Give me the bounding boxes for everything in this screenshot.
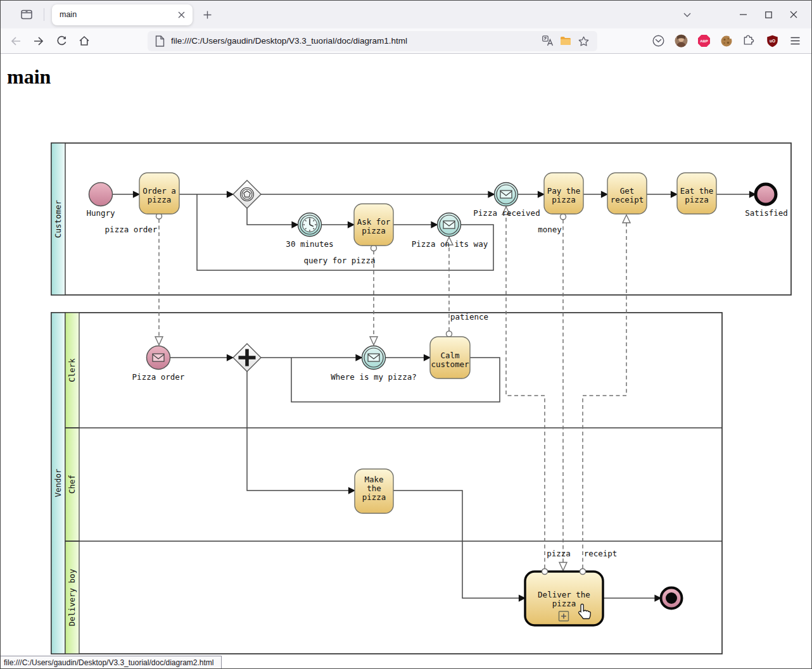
task-make-the-pizza: Make the pizza — [355, 469, 393, 513]
task-receipt-line1: Get — [620, 186, 635, 196]
subprocess-deliver-the-pizza[interactable]: Deliver the pizza — [525, 569, 603, 626]
svg-text:uO: uO — [769, 38, 775, 42]
folder-icon — [560, 36, 571, 46]
message-start-event-pizza-order — [147, 346, 170, 370]
task-order-line1: Order a — [143, 186, 176, 196]
back-button[interactable] — [4, 31, 27, 51]
minimize-icon — [740, 14, 747, 15]
task-ask-for-pizza: Ask for pizza — [354, 204, 393, 246]
extensions-button[interactable] — [738, 31, 761, 51]
home-button[interactable] — [73, 31, 96, 51]
pocket-icon — [652, 35, 664, 47]
start-event-hungry — [89, 183, 113, 206]
pool-customer: Customer — [51, 143, 791, 295]
task-eat-line2: pizza — [685, 195, 709, 204]
minimize-button[interactable] — [730, 4, 756, 25]
task-order-a-pizza: Order a pizza — [139, 173, 179, 214]
close-window-button[interactable] — [781, 4, 806, 25]
adblock-plus-icon: ABP — [697, 34, 711, 47]
label-receipt-flow: receipt — [584, 549, 618, 558]
reload-icon — [56, 35, 67, 46]
task-pay-line1: Pay the — [547, 186, 581, 196]
message-event-where-is-my-pizza — [362, 346, 386, 370]
task-make-line3: pizza — [362, 492, 386, 502]
status-bar-link: file:///C:/Users/gaudin/Desktop/V3.3_tuo… — [1, 656, 222, 669]
url-bar[interactable]: file:///C:/Users/gaudin/Desktop/V3.3_tuo… — [148, 31, 597, 51]
timer-event-30-minutes — [298, 213, 322, 237]
task-make-line2: the — [367, 484, 381, 493]
message-event-pizza-on-its-way — [438, 213, 461, 237]
page-icon — [155, 35, 165, 47]
page-content: main Customer Ve — [1, 54, 811, 669]
toolbar-extensions-area: ABP uO — [647, 31, 808, 51]
navigation-toolbar: file:///C:/Users/gaudin/Desktop/V3.3_tuo… — [1, 28, 811, 54]
home-icon — [79, 35, 90, 46]
task-calm-line1: Calm — [440, 351, 459, 360]
subprocess-deliver-line2: pizza — [552, 599, 576, 608]
chevron-down-icon — [683, 13, 691, 17]
new-tab-button[interactable] — [196, 4, 218, 25]
bookmark-button[interactable] — [574, 31, 592, 51]
task-ask-line2: pizza — [362, 226, 386, 235]
tab-title: main — [60, 10, 174, 19]
bpmn-diagram: Customer Vendor Clerk Chef Delivery boy — [1, 54, 812, 669]
maximize-button[interactable] — [756, 4, 781, 25]
label-pizza-on-its-way: Pizza on its way — [412, 239, 488, 249]
ublock-shield-icon: uO — [766, 35, 778, 47]
label-patience: patience — [450, 312, 488, 322]
firefox-view-icon — [21, 9, 33, 20]
list-all-tabs-button[interactable] — [675, 4, 700, 25]
label-pizza-flow: pizza — [547, 549, 571, 558]
lane-chef-label: Chef — [67, 475, 77, 494]
account-avatar-button[interactable] — [669, 31, 692, 51]
lane-delivery-label: Delivery boy — [67, 568, 77, 626]
svg-text:ABP: ABP — [700, 39, 708, 43]
subprocess-deliver-line1: Deliver the — [538, 590, 590, 599]
pool-customer-label: Customer — [53, 199, 63, 238]
task-pay-line2: pizza — [552, 195, 576, 204]
menu-button[interactable] — [783, 31, 806, 51]
task-calm-customer: Calm customer — [430, 337, 470, 378]
close-icon — [790, 11, 797, 18]
label-pizza-order-event: Pizza order — [132, 372, 185, 382]
reload-button[interactable] — [50, 31, 73, 51]
task-pay-the-pizza: Pay the pizza — [544, 173, 583, 214]
label-query-for-pizza: query for pizza — [304, 256, 376, 265]
task-receipt-line2: receipt — [611, 195, 644, 204]
tab-separator — [44, 8, 44, 21]
task-eat-line1: Eat the — [680, 186, 714, 196]
label-money: money — [538, 225, 562, 234]
end-event-satisfied — [756, 184, 776, 204]
forward-button[interactable] — [27, 31, 50, 51]
browser-window: main — [0, 0, 812, 669]
cookie-icon — [720, 35, 733, 47]
downloads-folder-button[interactable] — [557, 31, 574, 51]
task-make-line1: Make — [364, 475, 383, 484]
hamburger-icon — [790, 37, 800, 45]
cookie-extension-button[interactable] — [715, 31, 738, 51]
firefox-view-button[interactable] — [16, 4, 37, 25]
label-satisfied: Satisfied — [745, 208, 788, 218]
label-where-is-my-pizza: Where is my pizza? — [331, 372, 416, 382]
active-tab[interactable]: main — [52, 4, 193, 25]
forward-arrow-icon — [33, 36, 44, 46]
pool-vendor-label: Vendor — [53, 468, 63, 497]
maximize-icon — [765, 11, 772, 18]
label-pizza-order-flow: pizza order — [105, 225, 158, 234]
pocket-button[interactable] — [647, 31, 669, 51]
url-text: file:///C:/Users/gaudin/Desktop/V3.3_tuo… — [171, 36, 539, 46]
close-icon — [178, 11, 185, 18]
adblock-plus-button[interactable]: ABP — [692, 31, 715, 51]
task-get-receipt: Get receipt — [607, 173, 647, 214]
task-eat-the-pizza: Eat the pizza — [677, 173, 716, 214]
tab-close-button[interactable] — [174, 7, 189, 22]
task-ask-line1: Ask for — [357, 217, 391, 227]
label-pizza-received: Pizza received — [473, 208, 540, 218]
message-event-pizza-received — [495, 183, 518, 206]
ublock-origin-button[interactable]: uO — [761, 31, 783, 51]
puzzle-icon — [744, 35, 756, 47]
terminate-end-event — [661, 588, 682, 609]
star-icon — [578, 36, 589, 46]
translate-button[interactable] — [539, 31, 557, 51]
task-calm-line2: customer — [431, 360, 469, 369]
